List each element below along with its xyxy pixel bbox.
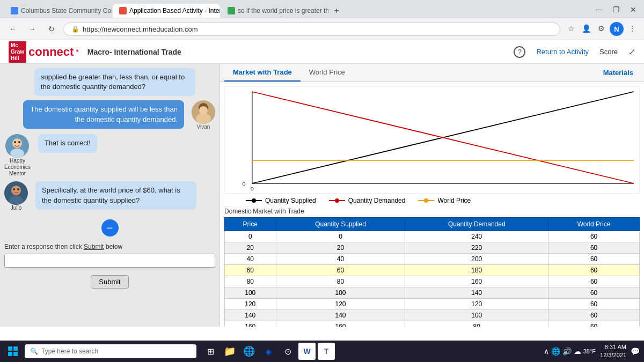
table-row: 606018060 xyxy=(225,265,640,276)
temperature: 38°F xyxy=(583,348,596,354)
svg-point-10 xyxy=(11,186,21,195)
weather-icon: ☁ xyxy=(574,347,581,356)
profile-icon[interactable]: 👤 xyxy=(580,22,592,35)
content-tabs: Market with Trade World Price Materials xyxy=(220,64,644,82)
julio-label: Julio xyxy=(11,205,22,211)
svg-rect-23 xyxy=(8,352,12,356)
avatar-mentor xyxy=(5,134,29,158)
table-section: Domestic Market with Trade Price Quantit… xyxy=(220,205,644,327)
table-row: 14014010060 xyxy=(225,310,640,321)
svg-rect-22 xyxy=(13,346,18,351)
avatar-julio xyxy=(4,181,28,205)
url-text: https://newconnect.mheducation.com xyxy=(83,25,198,33)
taskbar-right: ∧ 🌐 🔊 ☁ 38°F 8:31 AM 12/3/2021 💬 xyxy=(544,343,640,360)
tab-market-with-trade[interactable]: Market with Trade xyxy=(224,64,301,82)
reload-button[interactable]: ↻ xyxy=(44,21,59,36)
collapse-area: − xyxy=(4,217,215,239)
taskbar-search[interactable]: 🔍 Type here to search xyxy=(25,344,196,358)
submit-button[interactable]: Submit xyxy=(91,275,128,289)
app-header: Mc Graw Hill connect* Macro- Internation… xyxy=(0,40,644,64)
chevron-up-icon[interactable]: ∧ xyxy=(544,347,549,356)
svg-rect-24 xyxy=(13,352,18,356)
chat-message-2: Vivan The domestic quantity supplied wil… xyxy=(4,100,215,130)
submit-row: Submit xyxy=(4,275,215,289)
table-row: 0024060 xyxy=(225,231,640,242)
chat-bubble-1: supplied be greater than, less than, or … xyxy=(34,68,195,96)
tab-2-label: Application Based Activity - Inter... xyxy=(129,7,220,14)
start-button[interactable] xyxy=(4,343,21,360)
chat-message-1: supplied be greater than, less than, or … xyxy=(4,68,215,96)
chat-panel: supplied be greater than, less than, or … xyxy=(0,64,220,327)
browser-chrome: Columbus State Community Coll... ✕ Appli… xyxy=(0,0,644,40)
return-to-activity-button[interactable]: Return to Activity xyxy=(536,48,589,56)
task-view-icon[interactable]: ⊞ xyxy=(202,343,219,360)
tab-world-price[interactable]: World Price xyxy=(301,64,354,82)
minimize-button[interactable]: ─ xyxy=(592,3,605,16)
help-question-icon[interactable]: ? xyxy=(514,46,525,58)
new-tab-button[interactable]: + xyxy=(330,4,343,18)
minus-button[interactable]: − xyxy=(101,219,119,237)
menu-icon[interactable]: ⋮ xyxy=(626,22,639,35)
chart-area: 0 0 xyxy=(220,82,644,205)
lock-icon: 🔒 xyxy=(71,25,79,33)
mh-logo-box: Mc Graw Hill xyxy=(9,41,26,63)
svg-point-8 xyxy=(18,141,20,143)
teams-icon[interactable]: T xyxy=(318,343,335,360)
legend-worldprice: World Price xyxy=(418,197,471,204)
vpn-icon[interactable]: ⊙ xyxy=(279,343,296,360)
browser-taskbar-icon[interactable]: 🌐 xyxy=(240,343,258,360)
header-actions: ? Return to Activity Score ⤢ xyxy=(514,46,635,58)
search-icon: 🔍 xyxy=(30,348,38,355)
tab-bar: Columbus State Community Coll... ✕ Appli… xyxy=(0,0,644,18)
expand-icon[interactable]: ⤢ xyxy=(628,47,635,57)
clock-time: 8:31 AM xyxy=(600,343,626,351)
materials-button[interactable]: Materials xyxy=(597,65,640,80)
chart-container: 0 0 xyxy=(224,86,640,194)
chat-bubble-2: The domestic quantity supplied will be l… xyxy=(23,100,184,128)
tab-3-label: so if the world price is greater th... xyxy=(238,7,328,14)
chat-message-4: Julio Specifically, at the world price o… xyxy=(4,181,215,211)
file-explorer-icon[interactable]: 📁 xyxy=(221,343,238,360)
taskbar-clock[interactable]: 8:31 AM 12/3/2021 xyxy=(600,343,626,360)
table-row: 10010014060 xyxy=(225,287,640,299)
input-row xyxy=(4,254,215,268)
back-button[interactable]: ← xyxy=(5,21,20,36)
svg-point-7 xyxy=(14,141,16,143)
table-title: Domestic Market with Trade xyxy=(224,208,640,215)
forward-button[interactable]: → xyxy=(25,21,40,36)
mh-logo: Mc Graw Hill connect* xyxy=(9,41,79,63)
tab-1-label: Columbus State Community Coll... xyxy=(21,7,112,14)
tab-3[interactable]: so if the world price is greater th... ✕ xyxy=(221,4,328,18)
chat-message-3: HappyEconomicsMentor That is correct! xyxy=(4,134,215,177)
svg-point-12 xyxy=(13,188,15,190)
score-label: Score xyxy=(599,48,618,56)
input-area: Enter a response then click Submit below xyxy=(4,243,215,268)
extensions-icon[interactable]: ⚙ xyxy=(595,22,608,35)
connect-text: connect xyxy=(28,45,74,59)
chart-legend: Quantity Supplied Quantity Demanded Worl… xyxy=(224,194,640,206)
data-table: Price Quantity Supplied Quantity Demande… xyxy=(224,217,640,327)
tab-1[interactable]: Columbus State Community Coll... ✕ xyxy=(4,4,112,18)
avatar-vivan xyxy=(192,100,215,124)
word-icon[interactable]: W xyxy=(298,343,316,360)
bookmark-icon[interactable]: ☆ xyxy=(565,22,577,35)
restore-button[interactable]: ❐ xyxy=(610,3,623,16)
close-window-button[interactable]: ✕ xyxy=(627,3,640,16)
svg-point-13 xyxy=(17,188,19,190)
url-box[interactable]: 🔒 https://newconnect.mheducation.com xyxy=(63,23,560,36)
profile-button[interactable]: N xyxy=(610,22,624,36)
response-input[interactable] xyxy=(4,254,215,268)
table-row: 202022060 xyxy=(225,242,640,254)
table-row: 404020060 xyxy=(225,254,640,265)
table-row: 808016060 xyxy=(225,276,640,287)
dropbox-icon[interactable]: ◈ xyxy=(260,343,277,360)
speaker-icon: 🔊 xyxy=(562,347,572,356)
notification-icon[interactable]: 💬 xyxy=(631,347,640,356)
svg-rect-21 xyxy=(8,346,12,351)
tab-2[interactable]: Application Based Activity - Inter... ✕ xyxy=(113,4,220,18)
input-hint: Enter a response then click Submit below xyxy=(4,243,215,250)
app-title: Macro- International Trade xyxy=(87,48,514,56)
col-world-price: World Price xyxy=(548,218,640,231)
vivan-label: Vivan xyxy=(197,124,210,130)
clock-date: 12/3/2021 xyxy=(600,351,626,359)
